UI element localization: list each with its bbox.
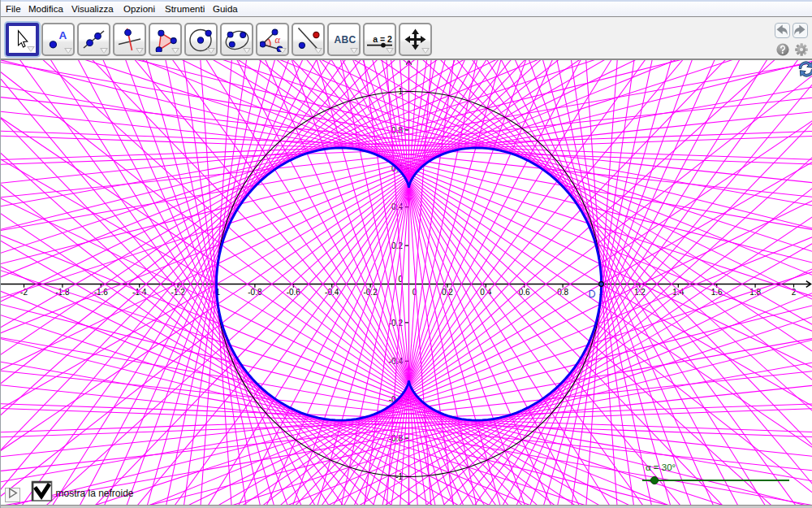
svg-text:α = 30°: α = 30° — [646, 462, 676, 472]
svg-text:-0.8: -0.8 — [248, 288, 262, 297]
svg-text:-1.2: -1.2 — [171, 288, 185, 297]
svg-text:a = 2: a = 2 — [373, 34, 392, 44]
svg-text:A: A — [59, 29, 67, 41]
svg-text:D: D — [589, 289, 596, 300]
svg-text:-1.6: -1.6 — [94, 288, 109, 297]
svg-text:1.6: 1.6 — [711, 288, 723, 297]
svg-text:1.4: 1.4 — [672, 288, 684, 297]
svg-text:ABC: ABC — [335, 34, 356, 46]
svg-text:α: α — [275, 34, 281, 46]
svg-text:2: 2 — [792, 288, 797, 297]
svg-text:mostra la nefroide: mostra la nefroide — [56, 488, 134, 499]
